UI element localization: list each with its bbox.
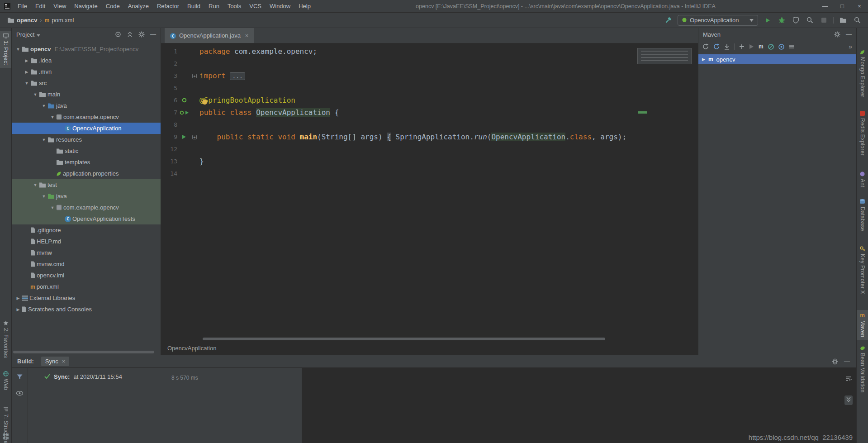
build-hammer-button[interactable] [664,16,673,25]
code-line-6[interactable]: 6@SpringBootApplication [161,94,698,106]
tree-item-com-example-opencv[interactable]: ▼com.example.opencv [12,111,161,123]
stripe-button-key-promoter-x[interactable]: Key Promoter X [857,243,868,297]
tree-item-mvnw-cmd[interactable]: mvnw.cmd [12,258,161,270]
tree-item-application-properties[interactable]: application.properties [12,168,161,179]
chevron-down-icon[interactable]: ▼ [49,205,56,210]
menu-file[interactable]: File [14,0,31,12]
menu-vcs[interactable]: VCS [245,0,266,12]
code-line-13[interactable]: 13} [161,155,698,167]
tree-item-java[interactable]: ▼java [12,191,161,202]
tree-item-templates[interactable]: templates [12,157,161,168]
sync-status-row[interactable]: Sync: at 2020/1/11 15:54 [44,373,122,380]
tree-item-opencvapplicationtests[interactable]: COpencvApplicationTests [12,213,161,224]
code-line-14[interactable]: 14 [161,167,698,180]
minimize-button[interactable]: — [816,0,834,12]
chevron-down-icon[interactable]: ▼ [32,92,39,97]
run-config-select[interactable]: OpencvApplication [678,15,758,26]
tree-item-opencv[interactable]: ▼opencvE:\JavaEE\SSM_Project\opencv [12,43,161,55]
code-line-5[interactable]: 5 [161,82,698,94]
hide-panel-button[interactable]: — [846,32,852,37]
fold-marker-icon[interactable]: + [192,74,197,78]
intention-bulb-icon[interactable] [202,100,207,105]
menu-help[interactable]: Help [294,0,315,12]
settings-gear-button[interactable] [832,358,838,365]
tree-item-test[interactable]: ▼test [12,179,161,191]
chevron-right-icon[interactable]: ▶ [702,57,705,62]
menu-tools[interactable]: Tools [223,0,245,12]
stripe-button-ant[interactable]: Ant [857,169,868,190]
close-button[interactable]: × [851,0,868,12]
menu-window[interactable]: Window [266,0,294,12]
sync-icon[interactable] [713,43,720,50]
chevron-down-icon[interactable]: ▼ [40,138,47,142]
chevron-right-icon[interactable]: ▶ [23,70,30,74]
stripe-button-2-favorites[interactable]: 2: Favorites [0,318,11,361]
menu-analyze[interactable]: Analyze [124,0,153,12]
chevron-down-icon[interactable]: ▼ [40,104,47,108]
skip-icon[interactable] [768,44,774,50]
menu-edit[interactable]: Edit [31,0,49,12]
goal-icon[interactable]: m [759,44,764,49]
stripe-button-web[interactable]: Web [0,368,11,393]
run-button[interactable] [763,16,772,25]
stripe-button-maven[interactable]: mMaven [857,310,868,340]
tree-item-java[interactable]: ▼java [12,100,161,111]
tree-item-external-libraries[interactable]: ▶External Libraries [12,292,161,304]
close-tab-icon[interactable]: × [62,358,66,365]
chevron-down-icon[interactable]: ▼ [49,115,56,119]
tree-item-opencvapplication[interactable]: COpencvApplication [12,123,161,134]
toggle-icon[interactable] [778,44,784,50]
stripe-button-bean-validation[interactable]: Bean Validation [857,343,868,395]
tree-item-main[interactable]: ▼main [12,89,161,100]
project-tree-hscrollbar[interactable] [13,351,154,353]
code-line-1[interactable]: 1package com.example.opencv; [161,45,698,57]
code-line-7[interactable]: 7public class OpencvApplication { [161,106,698,119]
soft-wrap-icon[interactable] [845,376,852,383]
tree-item-mvn[interactable]: ▶.mvn [12,66,161,77]
chevron-right-icon[interactable]: ▶ [14,296,22,300]
editor-tab[interactable]: C OpencvApplication.java × [165,28,254,43]
stripe-button-7-structure[interactable]: 7: Structure [0,404,11,443]
eye-icon[interactable] [16,390,23,397]
code-line-12[interactable]: 12 [161,143,698,155]
menu-code[interactable]: Code [102,0,124,12]
tree-item-src[interactable]: ▼src [12,77,161,89]
editor-breadcrumb[interactable]: OpencvApplication [161,341,698,355]
tree-item-com-example-opencv[interactable]: ▼com.example.opencv [12,202,161,213]
tree-item-static[interactable]: static [12,145,161,157]
chevron-down-icon[interactable] [37,31,40,38]
run-gutter-icon[interactable] [177,134,191,139]
download-icon[interactable] [724,44,730,50]
code-area[interactable]: 1package com.example.opencv;23+import ..… [161,43,698,337]
breadcrumb-item-pom-xml[interactable]: mpom.xml [45,17,74,24]
menu-build[interactable]: Build [183,0,204,12]
tree-item-scratches-and-consoles[interactable]: ▶Scratches and Consoles [12,304,161,315]
settings-gear-button[interactable] [834,31,840,38]
chevron-right-icon[interactable]: ▶ [14,307,22,312]
build-console[interactable] [302,368,841,443]
more-actions-icon[interactable]: » [849,43,852,50]
project-structure-button[interactable] [839,16,848,25]
chevron-down-icon[interactable]: ▼ [40,194,47,199]
locate-file-button[interactable] [115,31,121,38]
fold-marker-icon[interactable]: + [192,135,197,139]
stripe-button-redis-explorer[interactable]: Redis Explorer [857,108,868,158]
tree-item-mvnw[interactable]: mvnw [12,247,161,258]
plus-icon[interactable] [739,44,745,49]
stop-button[interactable] [819,16,828,25]
breadcrumb-item-opencv[interactable]: opencv [7,17,38,24]
build-tab-sync[interactable]: Sync × [41,357,70,366]
stripe-button-1-project[interactable]: 1: Project [0,31,11,68]
stripe-button-database[interactable]: Database [857,196,868,234]
menu-view[interactable]: View [49,0,70,12]
tree-item-pom-xml[interactable]: mpom.xml [12,281,161,292]
collapse-all-button[interactable] [127,31,133,38]
run-anything-button[interactable] [805,16,814,25]
tree-item-idea[interactable]: ▶.idea [12,55,161,66]
settings-gear-button[interactable] [138,31,145,38]
editor-hscrollbar-thumb[interactable] [203,338,605,340]
coverage-button[interactable] [791,16,800,25]
tree-item-gitignore[interactable]: .gitignore [12,224,161,236]
menu-run[interactable]: Run [204,0,223,12]
debug-button[interactable] [777,16,786,25]
